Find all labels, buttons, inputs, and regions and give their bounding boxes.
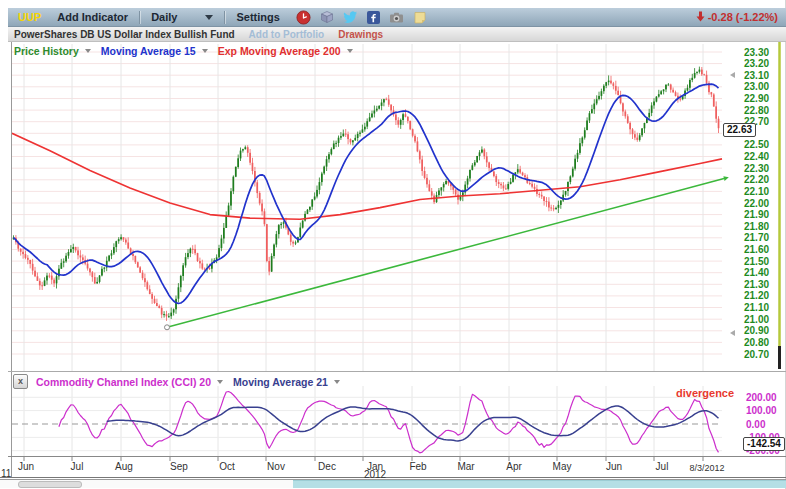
cci-axis-label: 100.00 xyxy=(746,405,777,416)
axis-marker-icon xyxy=(730,72,735,78)
x-axis-month-label: Mar xyxy=(457,461,474,472)
price-axis-label: 21.60 xyxy=(744,244,769,255)
cci-axis-label: 0.00 xyxy=(746,419,765,430)
notes-icon[interactable] xyxy=(413,10,427,24)
cci-indicator-dropdown-label: Commodity Channel Index (CCI) 20 xyxy=(36,376,211,388)
stock-chart-app: UUP Add Indicator Daily Settings -0.28 (… xyxy=(0,0,786,489)
x-axis-month-label: Sep xyxy=(170,461,188,472)
price-axis-label: 22.80 xyxy=(744,105,769,116)
facebook-icon[interactable] xyxy=(367,11,380,24)
price-axis-label: 23.30 xyxy=(744,47,769,58)
chevron-down-icon[interactable] xyxy=(205,15,213,20)
price-indicator-dropdown[interactable]: Exp Moving Average 200 xyxy=(218,45,353,57)
x-axis-month-label: Jul xyxy=(656,461,669,472)
x-axis-month-label: Jun xyxy=(18,461,34,472)
settings-button[interactable]: Settings xyxy=(236,11,279,23)
price-panel-header: Price HistoryMoving Average 15Exp Moving… xyxy=(14,45,363,57)
fund-name: PowerShares DB US Dollar Index Bullish F… xyxy=(14,29,235,40)
price-indicator-dropdown-label: Moving Average 15 xyxy=(101,45,196,57)
x-axis-month-label: Jun xyxy=(606,461,622,472)
chevron-down-icon xyxy=(202,49,208,53)
price-axis-label: 22.40 xyxy=(744,151,769,162)
price-axis-label: 21.50 xyxy=(744,256,769,267)
price-axis-label: 20.90 xyxy=(744,325,769,336)
alerts-icon[interactable] xyxy=(296,10,311,25)
price-axis-label: 23.00 xyxy=(744,81,769,92)
x-axis-month-label: May xyxy=(553,461,572,472)
x-axis-month-label: Oct xyxy=(219,461,235,472)
x-axis-month-label: Dec xyxy=(318,461,336,472)
interval-dropdown[interactable]: Daily xyxy=(151,11,177,23)
main-toolbar: UUP Add Indicator Daily Settings -0.28 (… xyxy=(8,8,786,27)
cci-layer xyxy=(59,392,719,453)
x-axis-month-label: Feb xyxy=(409,461,426,472)
price-axis-label: 21.10 xyxy=(744,302,769,313)
price-axis-label: 21.90 xyxy=(744,209,769,220)
chevron-down-icon xyxy=(217,380,223,384)
price-axis-label: 22.30 xyxy=(744,163,769,174)
overlay-lines xyxy=(12,84,722,303)
year-partial-label: 11 xyxy=(1,468,11,479)
add-to-portfolio-link[interactable]: Add to Portfolio xyxy=(249,29,325,40)
price-axis-label: 23.20 xyxy=(744,58,769,69)
axis-marker-icon xyxy=(730,330,735,336)
chevron-down-icon xyxy=(334,380,340,384)
price-axis-label: 23.10 xyxy=(744,70,769,81)
toolbar-icons xyxy=(296,10,427,25)
symbol-info-bar: PowerShares DB US Dollar Index Bullish F… xyxy=(8,27,786,42)
camera-icon[interactable] xyxy=(389,11,404,24)
symbol-label[interactable]: UUP xyxy=(18,11,41,23)
toolbar-separator xyxy=(139,11,140,24)
price-axis-label: 21.30 xyxy=(744,279,769,290)
x-axis-month-label: Nov xyxy=(267,461,285,472)
price-axis-label: 22.10 xyxy=(744,186,769,197)
chevron-down-icon xyxy=(85,49,91,53)
toolbar-separator xyxy=(224,11,225,24)
price-axis-label: 20.80 xyxy=(744,337,769,348)
x-axis-month-label: Jul xyxy=(71,461,84,472)
trendline-drawing[interactable] xyxy=(165,176,729,330)
cci-axis-label: 200.00 xyxy=(746,392,777,403)
last-price-badge: 22.63 xyxy=(723,123,756,137)
cci-indicator-dropdown[interactable]: Moving Average 21 xyxy=(233,376,340,388)
price-change-text: -0.28 (-1.22%) xyxy=(708,11,778,23)
scrollbar-range[interactable] xyxy=(293,480,786,488)
price-axis-label: 21.80 xyxy=(744,221,769,232)
cci-indicator-dropdown[interactable]: Commodity Channel Index (CCI) 20 xyxy=(36,376,223,388)
down-arrow-icon xyxy=(696,11,705,24)
add-indicator-button[interactable]: Add Indicator xyxy=(57,11,128,23)
time-scrollbar[interactable] xyxy=(0,479,786,488)
drawings-link[interactable]: Drawings xyxy=(338,29,383,40)
cci-indicator-dropdown-label: Moving Average 21 xyxy=(233,376,328,388)
cci-last-value-badge: -142.54 xyxy=(743,437,785,451)
end-date-label: 8/3/2012 xyxy=(689,463,724,473)
price-indicator-dropdown-label: Price History xyxy=(14,45,79,57)
price-axis-label: 21.20 xyxy=(744,290,769,301)
price-indicator-dropdown-label: Exp Moving Average 200 xyxy=(218,45,341,57)
price-axis-label: 22.00 xyxy=(744,198,769,209)
x-axis-month-label: Apr xyxy=(506,461,522,472)
price-change-indicator: -0.28 (-1.22%) xyxy=(696,11,778,24)
divergence-annotation: divergence xyxy=(676,387,734,399)
price-axis-label: 22.90 xyxy=(744,93,769,104)
x-axis-month-label: Jan xyxy=(367,461,383,472)
gridlines xyxy=(12,44,722,461)
close-panel-button[interactable]: x xyxy=(13,374,28,389)
price-axis-label: 21.40 xyxy=(744,267,769,278)
cci-panel-header: x Commodity Channel Index (CCI) 20Moving… xyxy=(13,374,350,389)
price-indicator-dropdown[interactable]: Moving Average 15 xyxy=(101,45,208,57)
chart-canvas[interactable] xyxy=(0,42,786,479)
price-axis-label: 20.70 xyxy=(744,349,769,360)
price-axis-label: 21.00 xyxy=(744,314,769,325)
chevron-down-icon xyxy=(347,49,353,53)
x-axis-month-label: Aug xyxy=(115,461,133,472)
price-indicator-dropdown[interactable]: Price History xyxy=(14,45,91,57)
panel-borders xyxy=(0,42,786,478)
cube-icon[interactable] xyxy=(320,10,334,24)
price-axis-label: 22.20 xyxy=(744,174,769,185)
twitter-icon[interactable] xyxy=(343,11,358,24)
scrollbar-thumb[interactable] xyxy=(18,481,82,488)
price-axis-label: 22.50 xyxy=(744,139,769,150)
price-axis-label: 21.70 xyxy=(744,232,769,243)
